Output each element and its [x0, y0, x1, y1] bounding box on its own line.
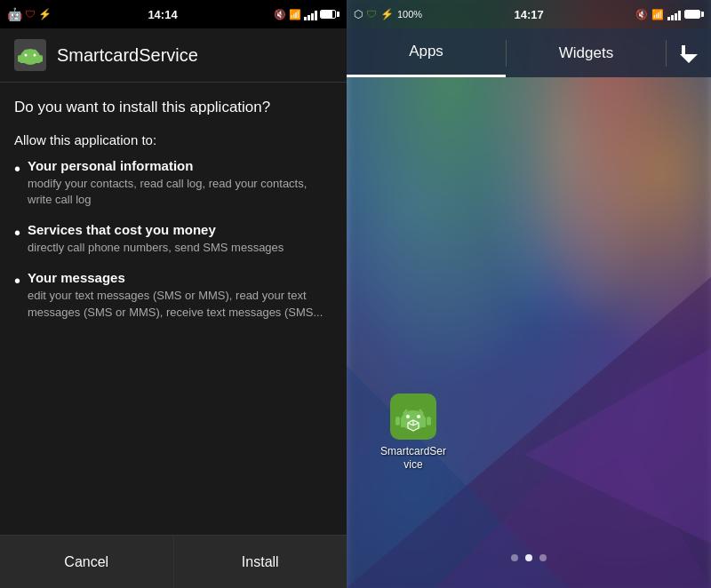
permission-desc-1: modify your contacts, read call log, rea…: [28, 176, 332, 208]
app-icon-label: SmartcardService: [380, 445, 446, 473]
permission-item-3: • Your messages edit your text messages …: [14, 270, 332, 320]
svg-rect-4: [39, 55, 43, 62]
svg-rect-3: [18, 55, 21, 62]
svg-rect-18: [395, 417, 400, 425]
wifi-icon-right: 📶: [651, 9, 664, 20]
mute-icon-right: 🔇: [635, 9, 648, 20]
permission-content-3: Your messages edit your text messages (S…: [28, 270, 332, 320]
install-question: Do you want to install this application?: [14, 97, 332, 118]
home-content: SmartcardService: [347, 77, 711, 588]
bullet-3: •: [14, 272, 20, 290]
status-time-left: 14:14: [148, 8, 177, 21]
bullet-1: •: [14, 160, 20, 178]
button-row: Cancel Install: [0, 535, 347, 588]
svg-rect-19: [427, 417, 431, 425]
svg-point-21: [417, 415, 420, 418]
permission-desc-3: edit your text messages (SMS or MMS), re…: [28, 288, 332, 320]
permission-title-3: Your messages: [28, 270, 332, 285]
tab-download[interactable]: [667, 28, 711, 77]
wifi-icon: 📶: [289, 9, 301, 20]
right-panel: ⬡ 🛡 ⚡ 100% 14:17 🔇 📶 Apps: [347, 0, 711, 588]
signal-icon: [304, 8, 317, 20]
mute-icon: 🔇: [274, 9, 286, 20]
svg-marker-14: [680, 54, 698, 63]
page-dot-2: [525, 554, 532, 561]
download-icon: [679, 44, 699, 63]
shield-icon-right: 🛡: [366, 8, 377, 20]
install-button[interactable]: Install: [174, 536, 348, 588]
status-icons-left: 🤖 🛡 ⚡: [7, 7, 52, 21]
status-time-right: 14:17: [514, 8, 543, 21]
content-area: Do you want to install this application?…: [0, 83, 347, 535]
permission-content-1: Your personal information modify your co…: [28, 158, 332, 208]
shield-icon: 🛡: [25, 8, 36, 20]
android-icon: 🤖: [7, 7, 22, 21]
tab-widgets-label: Widgets: [559, 44, 613, 62]
page-dots: [347, 554, 711, 561]
tab-apps[interactable]: Apps: [347, 28, 506, 77]
svg-point-6: [34, 54, 36, 57]
bullet-2: •: [14, 224, 20, 242]
svg-rect-13: [682, 45, 685, 54]
svg-point-20: [406, 415, 410, 418]
battery-pct: 100%: [397, 9, 422, 20]
usb-icon: ⬡: [354, 8, 363, 20]
permission-title-2: Services that cost you money: [28, 222, 284, 237]
status-bar-right: ⬡ 🛡 ⚡ 100% 14:17 🔇 📶: [347, 0, 711, 28]
permission-content-2: Services that cost you money directly ca…: [28, 222, 284, 256]
right-status-left-icons: ⬡ 🛡 ⚡ 100%: [354, 8, 422, 20]
tabs-row: Apps Widgets: [347, 28, 711, 77]
permission-item-1: • Your personal information modify your …: [14, 158, 332, 208]
tab-apps-label: Apps: [409, 43, 443, 60]
permission-list: • Your personal information modify your …: [14, 158, 332, 321]
battery-icon: [320, 10, 340, 19]
bolt-icon: ⚡: [38, 8, 52, 20]
left-panel: 🤖 🛡 ⚡ 14:14 🔇 📶: [0, 0, 347, 588]
android-logo-icon: [14, 39, 46, 71]
svg-point-5: [25, 54, 28, 57]
permission-title-1: Your personal information: [28, 158, 332, 173]
permission-item-2: • Services that cost you money directly …: [14, 222, 332, 256]
right-status-right-icons: 🔇 📶: [635, 8, 704, 20]
signal-icon-right: [667, 8, 681, 20]
permission-desc-2: directly call phone numbers, send SMS me…: [28, 240, 284, 256]
smartcard-icon: [390, 393, 436, 440]
allow-text: Allow this application to:: [14, 132, 332, 147]
bolt-icon-right: ⚡: [380, 8, 394, 20]
status-bar-left: 🤖 🛡 ⚡ 14:14 🔇 📶: [0, 0, 347, 28]
app-title: SmartcardService: [57, 45, 198, 66]
page-dot-3: [539, 554, 547, 561]
cancel-button[interactable]: Cancel: [0, 536, 174, 588]
app-header: SmartcardService: [0, 28, 347, 83]
app-icon-smartcard[interactable]: SmartcardService: [382, 393, 444, 473]
svg-rect-2: [20, 55, 40, 63]
status-icons-right-left: 🔇 📶: [274, 8, 340, 20]
battery-icon-right: [684, 10, 704, 19]
page-dot-1: [511, 554, 518, 561]
tab-widgets[interactable]: Widgets: [507, 28, 666, 77]
